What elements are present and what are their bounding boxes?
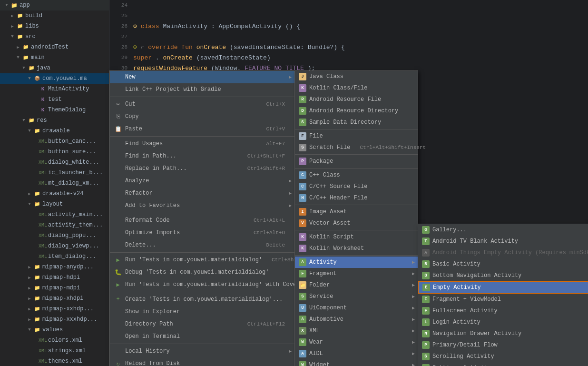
menu-item-android-things[interactable]: A Android Things Empty Activity (Require… — [418, 247, 588, 258]
tree-item-dialog-popup[interactable]: XML dialog_popu... — [0, 230, 109, 241]
tree-item-values[interactable]: ▼ 📁 values — [0, 325, 109, 335]
tree-item-mipmap-xxhdpi[interactable]: ▶ 📁 mipmap-xxhdp... — [0, 304, 109, 314]
menu-item-uicomponent[interactable]: U UiComponent ▶ — [295, 302, 418, 314]
tree-item-strings[interactable]: XML strings.xml — [0, 346, 109, 356]
menu-item-wear[interactable]: W Wear ▶ — [295, 336, 418, 348]
menu-item-delete[interactable]: Delete... Delete — [110, 239, 294, 251]
menu-item-bottom-nav[interactable]: B Bottom Navigation Activity — [418, 270, 588, 281]
tree-item-colors[interactable]: XML colors.xml — [0, 335, 109, 346]
tree-item-test[interactable]: K test — [0, 94, 109, 105]
menu-item-fragment[interactable]: F Fragment ▶ — [295, 268, 418, 279]
menu-item-link-cpp[interactable]: Link C++ Project with Gradle — [110, 83, 294, 96]
menu-item-aidl[interactable]: A AIDL ▶ — [295, 348, 418, 359]
menu-item-optimize[interactable]: Optimize Imports Ctrl+Alt+O — [110, 227, 294, 239]
menu-item-tv-blank[interactable]: T Android TV Blank Activity — [418, 236, 588, 247]
menu-item-find-path[interactable]: Find in Path... Ctrl+Shift+F — [110, 150, 294, 162]
menu-item-run-tests[interactable]: ▶ Run 'Tests in com.youwei.materialdialo… — [110, 254, 294, 266]
tv-activity-icon: T — [422, 237, 430, 245]
menu-item-analyze[interactable]: Analyze ▶ — [110, 175, 294, 187]
tree-item-mainactivity[interactable]: K MainActivity — [0, 84, 109, 94]
menu-item-folder[interactable]: 📁 Folder ▶ — [295, 279, 418, 291]
menu-item-empty-activity[interactable]: E Empty Activity — [418, 281, 588, 294]
tree-item-app[interactable]: ▼ 📁 app — [0, 0, 109, 10]
menu-item-run-coverage[interactable]: ▶ Run 'Tests in com.youwei.materialdialo… — [110, 278, 294, 291]
tree-item-btn-cancel[interactable]: XML button_canc... — [0, 136, 109, 147]
menu-item-vector-asset[interactable]: V Vector Asset — [295, 218, 418, 229]
menu-item-basic-activity[interactable]: B Basic Activity — [418, 258, 588, 270]
menu-item-favorites[interactable]: Add to Favorites ▶ — [110, 199, 294, 212]
menu-item-activity[interactable]: A Activity ▶ — [295, 257, 418, 268]
menu-item-automotive[interactable]: A Automotive ▶ — [295, 314, 418, 325]
menu-item-android-resource-file[interactable]: R Android Resource File — [295, 94, 418, 105]
menu-item-sample-data[interactable]: S Sample Data Directory — [295, 117, 418, 128]
menu-item-kotlin-worksheet[interactable]: K Kotlin Worksheet — [295, 243, 418, 254]
tree-item-btn-sure[interactable]: XML button_sure... — [0, 147, 109, 157]
tree-item-activity-theme[interactable]: XML activity_them... — [0, 220, 109, 230]
menu-item-open-terminal[interactable]: Open in Terminal — [110, 330, 294, 343]
menu-item-paste[interactable]: 📋 Paste Ctrl+V — [110, 123, 294, 135]
tree-item-mipmap-xxxhdpi[interactable]: ▶ 📁 mipmap-xxxhdp... — [0, 314, 109, 325]
tree-item-package[interactable]: ▼ 📦 com.youwei.ma — [0, 73, 109, 84]
menu-item-kotlin-script[interactable]: K Kotlin Script — [295, 231, 418, 243]
menu-item-settings[interactable]: S Settings Activity — [418, 362, 588, 366]
menu-item-file[interactable]: F File — [295, 130, 418, 142]
menu-item-android-resource-dir[interactable]: D Android Resource Directory — [295, 105, 418, 117]
tree-item-build[interactable]: ▶ 📁 build — [0, 10, 109, 21]
menu-item-new[interactable]: New ▶ — [110, 71, 294, 83]
tree-item-themedialog[interactable]: K ThemeDialog — [0, 105, 109, 115]
menu-item-xml[interactable]: X XML ▶ — [295, 325, 418, 336]
tree-item-ic-launcher[interactable]: XML ic_launcher_b... — [0, 168, 109, 178]
menu-item-scrolling[interactable]: S Scrolling Activity — [418, 351, 588, 362]
tree-item-mipmap-hdpi[interactable]: ▶ 📁 mipmap-hdpi — [0, 272, 109, 283]
menu-item-fragment-viewmodel[interactable]: F Fragment + ViewModel — [418, 294, 588, 305]
tree-item-mt-dialog[interactable]: XML mt_dialog_xm... — [0, 178, 109, 188]
menu-item-create-tests[interactable]: + Create 'Tests in com.youwei.materialdi… — [110, 293, 294, 306]
menu-item-service[interactable]: S Service ▶ — [295, 291, 418, 302]
menu-label: Basic Activity — [432, 261, 480, 267]
menu-item-debug-tests[interactable]: 🐛 Debug 'Tests in com.youwei.materialdia… — [110, 266, 294, 278]
menu-item-kotlin-class[interactable]: K Kotlin Class/File — [295, 82, 418, 94]
tree-item-main[interactable]: ▼ 📁 main — [0, 52, 109, 63]
menu-item-reload[interactable]: ↻ Reload from Disk — [110, 357, 294, 366]
menu-item-primary-detail[interactable]: P Primary/Detail Flow — [418, 339, 588, 351]
menu-item-package[interactable]: P Package — [295, 156, 418, 167]
menu-item-cpp-header[interactable]: H C/C++ Header File — [295, 192, 418, 204]
tree-item-dialog-viewpager[interactable]: XML dialog_viewp... — [0, 241, 109, 251]
menu-label: C++ Class — [309, 172, 340, 178]
link-icon — [114, 85, 122, 94]
tree-item-mipmap-xhdpi[interactable]: ▶ 📁 mipmap-xhdpi — [0, 293, 109, 304]
menu-item-replace-path[interactable]: Replace in Path... Ctrl+Shift+R — [110, 162, 294, 175]
tree-item-libs[interactable]: ▶ 📁 libs — [0, 21, 109, 31]
menu-item-show-explorer[interactable]: Show in Explorer — [110, 306, 294, 318]
tree-item-src[interactable]: ▼ 📁 src — [0, 31, 109, 42]
menu-item-gallery[interactable]: G Gallery... — [418, 224, 588, 236]
menu-item-login[interactable]: L Login Activity — [418, 317, 588, 328]
tree-item-dialog-white[interactable]: XML dialog_white... — [0, 157, 109, 168]
menu-item-navigation-drawer[interactable]: N Navigation Drawer Activity — [418, 328, 588, 339]
tree-item-activity-main[interactable]: XML activity_main... — [0, 209, 109, 220]
tree-item-res[interactable]: ▼ 📁 res — [0, 115, 109, 126]
tree-item-item-dialog[interactable]: XML item_dialog... — [0, 251, 109, 262]
menu-item-cpp-class[interactable]: C C++ Class — [295, 169, 418, 181]
menu-item-refactor[interactable]: Refactor ▶ — [110, 187, 294, 199]
tree-item-drawable[interactable]: ▼ 📁 drawable — [0, 126, 109, 136]
tree-item-drawable-v24[interactable]: ▶ 📁 drawable-v24 — [0, 188, 109, 199]
tree-item-themes[interactable]: XML themes.xml — [0, 356, 109, 366]
tree-item-mipmap-mdpi[interactable]: ▶ 📁 mipmap-mdpi — [0, 283, 109, 293]
menu-item-directory-path[interactable]: Directory Path Ctrl+Alt+F12 — [110, 318, 294, 330]
menu-item-copy[interactable]: ⎘ Copy — [110, 110, 294, 123]
menu-item-widget[interactable]: W Widget ▶ — [295, 359, 418, 366]
menu-item-cut[interactable]: ✂ Cut Ctrl+X — [110, 98, 294, 110]
menu-item-fullscreen[interactable]: F Fullscreen Activity — [418, 305, 588, 317]
tree-item-mipmap-anydpi[interactable]: ▶ 📁 mipmap-anydp... — [0, 262, 109, 272]
tree-item-java[interactable]: ▼ 📁 java — [0, 63, 109, 73]
menu-item-cpp-source[interactable]: C C/C++ Source File — [295, 181, 418, 192]
menu-item-reformat[interactable]: Reformat Code Ctrl+Alt+L — [110, 214, 294, 227]
menu-item-scratch-file[interactable]: S Scratch File Ctrl+Alt+Shift+Insert — [295, 142, 418, 153]
menu-item-java-class[interactable]: J Java Class — [295, 71, 418, 82]
tree-item-androidtest[interactable]: ▶ 📁 androidTest — [0, 42, 109, 52]
menu-item-find-usages[interactable]: Find Usages Alt+F7 — [110, 138, 294, 150]
menu-item-local-history[interactable]: Local History ▶ — [110, 345, 294, 357]
menu-item-image-asset[interactable]: I Image Asset — [295, 206, 418, 218]
tree-item-layout[interactable]: ▼ 📁 layout — [0, 199, 109, 209]
